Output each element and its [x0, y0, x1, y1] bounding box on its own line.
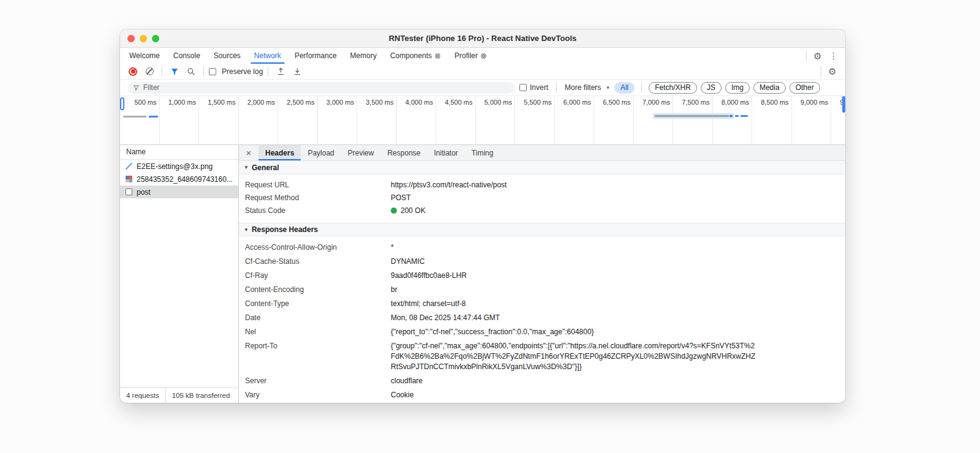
response-headers-section: ▼ Response Headers Access-Control-Allow-…: [239, 223, 845, 403]
search-icon[interactable]: [184, 65, 198, 78]
header-value: Mon, 08 Dec 2025 14:47:44 GMT: [391, 313, 758, 323]
devtools-tab[interactable]: Memory: [344, 48, 383, 64]
header-value: {"report_to":"cf-nel","success_fraction"…: [391, 327, 758, 337]
zoom-window-button[interactable]: [152, 35, 159, 42]
overview-left-resize-handle[interactable]: [120, 97, 124, 110]
type-chip[interactable]: Fetch/XHR: [649, 82, 697, 94]
timeline-column: 7,500 ms: [673, 96, 713, 144]
detail-tab[interactable]: Initiator: [427, 145, 464, 160]
header-row: Report-To {"group":"cf-nel","max_age":60…: [239, 339, 845, 374]
header-name: Content-Encoding: [239, 285, 391, 295]
preserve-log-label: Preserve log: [222, 67, 263, 76]
timeline-column: 500 ms: [120, 96, 160, 144]
detail-tab-strip: × HeadersPayloadPreviewResponseInitiator…: [239, 145, 845, 161]
waterfall-bar-selected-gray: [655, 115, 729, 117]
detail-tab[interactable]: Payload: [301, 145, 341, 160]
devtools-tab[interactable]: Profiler: [448, 48, 494, 64]
header-row: Access-Control-Allow-Origin *: [239, 241, 845, 255]
request-detail-pane: × HeadersPayloadPreviewResponseInitiator…: [239, 145, 845, 403]
devtools-tab[interactable]: Welcome: [123, 48, 167, 64]
type-chip[interactable]: Media: [753, 82, 786, 94]
devtools-tab[interactable]: Components: [383, 48, 448, 64]
request-row[interactable]: E2EE-settings@3x.png: [120, 160, 238, 173]
type-chip[interactable]: Other: [790, 82, 820, 94]
minimize-window-button[interactable]: [140, 35, 147, 42]
devtools-tab-label: Performance: [295, 51, 337, 60]
detail-tab[interactable]: Response: [380, 145, 427, 160]
devtools-tab-label: Console: [173, 51, 200, 60]
detail-tab[interactable]: Headers: [258, 145, 301, 160]
request-rows: E2EE-settings@3x.png 258435352_648609743…: [120, 160, 238, 387]
header-value-text: *: [391, 243, 394, 252]
devtools-tab[interactable]: Network: [247, 48, 288, 64]
header-value-text: https://ptsv3.com/t/react-native/post: [391, 181, 507, 189]
invert-label: Invert: [530, 83, 548, 92]
header-row: Vary Cookie: [239, 388, 845, 402]
invert-filter-toggle[interactable]: Invert: [519, 83, 548, 92]
timeline-column: 4,000 ms: [397, 96, 437, 144]
devtools-tab-label: Profiler: [454, 51, 478, 60]
request-row[interactable]: 258435352_648609743160...: [120, 173, 238, 185]
header-name: Server: [239, 376, 391, 386]
request-type-icon: [126, 176, 132, 182]
header-value-text: Cookie: [391, 391, 413, 399]
invert-checkbox[interactable]: [519, 84, 527, 91]
type-chip[interactable]: Img: [725, 82, 750, 94]
overview-right-resize-handle[interactable]: [842, 96, 845, 113]
filter-funnel-icon[interactable]: [167, 65, 182, 78]
settings-gear-icon[interactable]: ⚙: [810, 48, 826, 63]
header-value-text: Mon, 08 Dec 2025 14:47:44 GMT: [391, 313, 500, 322]
react-atom-icon: [434, 53, 441, 59]
waterfall-bar-early-blue: [149, 116, 158, 118]
more-options-kebab-icon[interactable]: ⋮: [826, 48, 842, 63]
header-value: *: [391, 242, 758, 253]
type-chip[interactable]: JS: [701, 82, 722, 94]
window-title: RNTester (iPhone 16 Pro) - React Native …: [120, 34, 845, 43]
request-row[interactable]: post: [120, 185, 238, 198]
filter-input[interactable]: [143, 83, 509, 92]
timeline-tick-label: 5,000 ms: [484, 99, 512, 106]
timeline-tick-label: 4,500 ms: [445, 99, 472, 106]
header-name: Access-Control-Allow-Origin: [239, 242, 391, 253]
timeline-tick-label: 6,000 ms: [564, 99, 591, 106]
header-name: Status Code: [239, 206, 391, 216]
header-value: DYNAMIC: [391, 256, 758, 267]
type-chip[interactable]: All: [614, 82, 635, 94]
name-column-header[interactable]: Name: [120, 145, 238, 160]
header-value-text: {"report_to":"cf-nel","success_fraction"…: [391, 328, 594, 336]
timeline-column: 8,500 ms: [752, 96, 792, 144]
detail-tab[interactable]: Timing: [465, 145, 500, 160]
response-headers-section-header[interactable]: ▼ Response Headers: [239, 223, 845, 236]
header-value-text: br: [391, 285, 398, 294]
devtools-tab[interactable]: Sources: [207, 48, 247, 64]
preserve-log-checkbox[interactable]: [209, 68, 216, 75]
devtools-tab-label: Welcome: [129, 51, 160, 60]
filter-input-box[interactable]: [127, 82, 514, 94]
general-section-header[interactable]: ▼ General: [239, 161, 845, 174]
waterfall-bar-early-gray: [123, 116, 146, 118]
request-name: post: [137, 188, 151, 197]
timeline-tick-label: 8,500 ms: [761, 99, 788, 106]
close-detail-icon[interactable]: ×: [239, 145, 258, 160]
header-row: Cf-Cache-Status DYNAMIC: [239, 255, 845, 269]
request-list-pane: Name E2EE-settings@3x.png 258435352_6486…: [120, 145, 239, 403]
timeline-column: 6,000 ms: [555, 96, 595, 144]
devtools-tab[interactable]: Performance: [288, 48, 344, 64]
waterfall-dash-1: [735, 115, 739, 117]
record-network-log-button[interactable]: [126, 65, 140, 78]
header-name: Vary: [239, 390, 391, 400]
divider: [162, 67, 162, 77]
detail-tab[interactable]: Preview: [341, 145, 381, 160]
clear-network-log-button[interactable]: [142, 65, 157, 78]
export-har-icon[interactable]: [290, 65, 304, 78]
close-window-button[interactable]: [127, 35, 135, 42]
more-filters-dropdown[interactable]: More filters ▾: [565, 83, 609, 92]
preserve-log-toggle[interactable]: Preserve log: [209, 67, 263, 76]
request-type-icon: [126, 163, 132, 170]
network-settings-gear-icon[interactable]: ⚙: [824, 64, 840, 79]
import-har-icon[interactable]: [273, 65, 288, 78]
header-value-text: text/html; charset=utf-8: [391, 299, 466, 308]
header-name: Cf-Ray: [239, 271, 391, 281]
header-value-text: cloudflare: [391, 376, 423, 385]
devtools-tab[interactable]: Console: [167, 48, 207, 64]
